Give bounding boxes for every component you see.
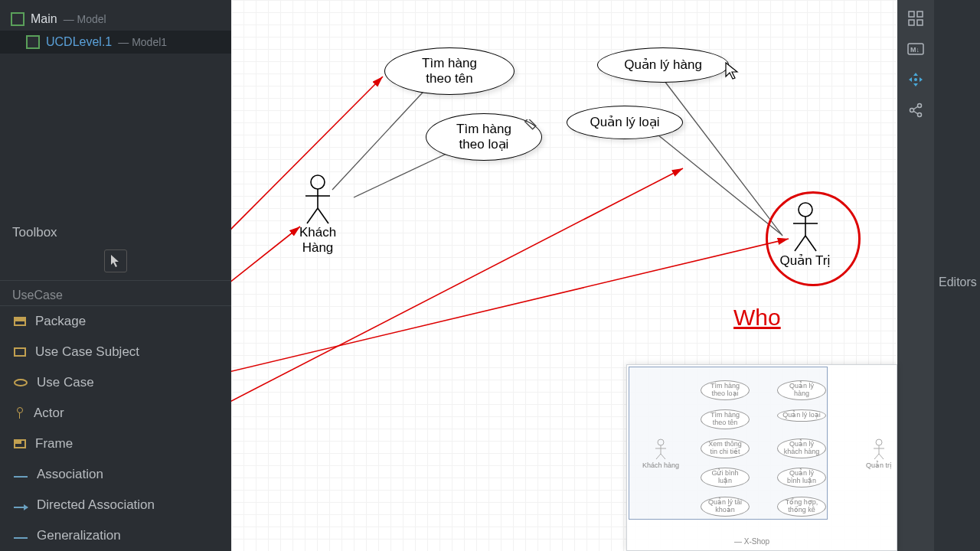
svg-point-24 [876,439,882,445]
actor-node[interactable]: Khách Hàng [283,174,352,256]
tree-item-label: UCDLevel.1 [46,35,112,49]
markdown-button[interactable]: M↓ [903,37,928,61]
tree-item-main[interactable]: Main — Model [0,8,231,31]
minimap-node: Quản lý loại [777,409,826,422]
line-icon [14,476,28,478]
minimap-footer: — X-Shop [734,537,769,546]
tree-item-label: Main [31,12,57,26]
svg-point-38 [918,113,922,117]
frame-icon [14,439,26,448]
tool-label: Use Case [37,375,94,390]
svg-line-23 [661,454,665,459]
svg-line-40 [913,111,918,114]
diagram-icon [26,35,40,49]
tool-label: Use Case Subject [35,344,139,360]
usecase-node[interactable]: Tìm hàng theo tên [384,47,514,95]
minimap[interactable]: Khách hàng Quản trị Tìm hàng theo loại T… [626,364,897,551]
arrow-icon [14,507,28,508]
tree-item-sub: — Model [64,13,106,25]
svg-point-19 [658,439,664,445]
tool-label: Generalization [37,528,121,543]
svg-rect-31 [909,20,914,25]
tool-usecase-subject[interactable]: Use Case Subject [0,337,231,367]
tool-directed-association[interactable]: Directed Association [0,490,231,520]
svg-point-36 [918,104,922,108]
oval-icon [14,379,28,386]
tool-list: Package Use Case Subject Use Case Actor … [0,305,231,551]
usecase-label: Quản lý loại [590,115,660,130]
actor-icon [14,407,24,419]
tool-frame[interactable]: Frame [0,429,231,459]
minimap-node: Quản lý hàng [777,380,826,400]
tool-label: Association [37,467,103,482]
grid-view-button[interactable] [903,6,928,31]
toolbox-category: UseCase [0,280,231,305]
usecase-label: Quản lý hàng [624,57,702,73]
svg-text:M↓: M↓ [910,46,920,54]
minimap-actor: Khách hàng [642,439,679,469]
minimap-node: Quản lý khách hàng [777,439,826,458]
svg-line-27 [874,454,879,459]
tool-generalization[interactable]: Generalization [0,520,231,551]
minimap-node: Quản lý bình luận [777,468,826,487]
share-button[interactable] [903,98,928,122]
diagram-canvas[interactable]: Tìm hàng theo tên Tìm hàng theo loại Quả… [231,0,897,551]
tool-association[interactable]: Association [0,459,231,490]
package-icon [14,317,26,326]
editors-label: Editors [934,0,980,289]
minimap-node: Tổng hợp, thống kê [777,497,826,517]
pointer-tool[interactable] [104,249,127,272]
tool-label: Directed Association [37,497,155,513]
minimap-node: Xem thông tin chi tiết [701,439,750,458]
usecase-node[interactable]: Quản lý hàng [597,47,729,83]
svg-line-11 [307,208,318,223]
model-tree: Main — Model UCDLevel.1 — Model1 [0,0,231,61]
tool-actor[interactable]: Actor [0,398,231,429]
svg-rect-30 [917,11,923,17]
tool-package[interactable]: Package [0,306,231,337]
editors-panel[interactable]: Editors [934,0,980,551]
svg-line-12 [318,208,328,223]
tree-item-sub: — Model1 [118,36,167,48]
tree-item-ucd[interactable]: UCDLevel.1 — Model1 [0,31,231,54]
minimap-node: Tìm hàng theo loại [701,380,750,400]
right-rail: M↓ [897,0,934,551]
minimap-node: Gửi bình luận [701,468,750,487]
edit-handle-icon [521,119,537,136]
svg-line-39 [913,106,918,109]
tool-usecase[interactable]: Use Case [0,367,231,398]
rect-icon [14,347,26,357]
svg-line-28 [879,454,884,459]
svg-point-37 [910,109,914,112]
model-icon [11,12,24,26]
tool-label: Frame [35,436,73,452]
usecase-label: Tìm hàng theo tên [422,56,477,87]
svg-point-35 [914,78,917,81]
annotation-text: Who [733,305,781,331]
cursor-icon [724,61,740,80]
annotation-circle [766,191,861,286]
svg-line-22 [656,454,661,459]
svg-point-8 [311,175,325,189]
minimap-node: Tìm hàng theo tên [701,409,750,429]
svg-rect-29 [909,11,914,17]
minimap-actor: Quản trị [866,439,892,469]
minimap-node: Quản lý tài khoản [701,497,750,517]
svg-rect-18 [525,119,536,129]
tool-label: Actor [34,406,64,421]
target-button[interactable] [903,67,928,92]
usecase-label: Tìm hàng theo loại [456,122,511,153]
svg-rect-32 [917,20,923,25]
gen-icon [14,537,28,539]
usecase-node[interactable]: Quản lý loại [567,106,683,139]
actor-label: Khách Hàng [283,225,352,256]
left-sidebar: Main — Model UCDLevel.1 — Model1 Toolbox… [0,0,231,551]
tool-label: Package [35,314,86,329]
toolbox-header: Toolbox [0,214,231,245]
